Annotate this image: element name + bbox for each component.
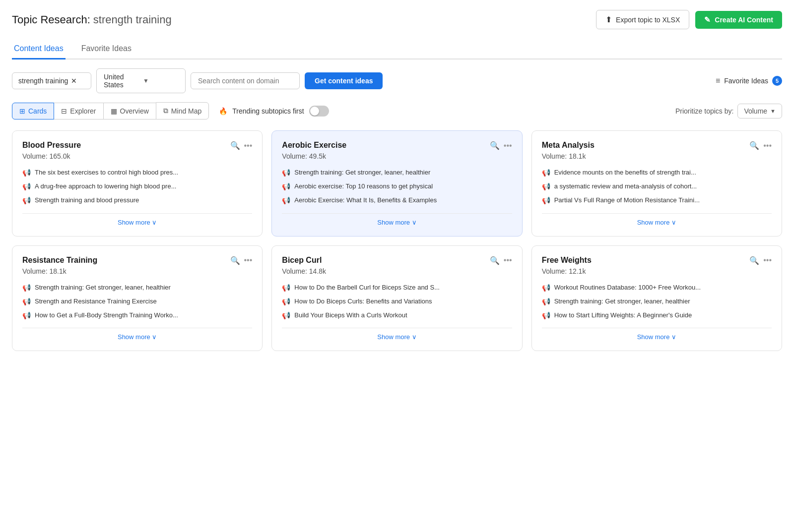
view-overview-button[interactable]: ▦ Overview xyxy=(103,103,156,119)
show-more-button[interactable]: Show more ∨ xyxy=(542,213,772,226)
card-item: 📢 Strength training and blood pressure xyxy=(22,196,252,205)
card-item-text: Aerobic Exercise: What It Is, Benefits &… xyxy=(294,196,437,205)
search-icon[interactable]: 🔍 xyxy=(490,141,500,150)
cards-view-icon: ⊞ xyxy=(19,107,25,115)
card-item: 📢 Strength and Resistance Training Exerc… xyxy=(22,297,252,306)
card-header: Blood Pressure 🔍 ••• xyxy=(22,141,252,150)
card-volume: Volume: 14.8k xyxy=(282,267,512,275)
card-items: 📢 How to Do the Barbell Curl for Biceps … xyxy=(282,283,512,320)
more-options-icon[interactable]: ••• xyxy=(763,141,772,150)
megaphone-icon: 📢 xyxy=(22,311,31,319)
search-icon[interactable]: 🔍 xyxy=(749,141,759,150)
card-title: Meta Analysis xyxy=(542,141,595,150)
megaphone-icon: 📢 xyxy=(22,196,31,204)
card-item-text: Build Your Biceps With a Curls Workout xyxy=(294,311,407,320)
card-free-weights: Free Weights 🔍 ••• Volume: 12.1k 📢 Worko… xyxy=(531,245,782,352)
megaphone-icon: 📢 xyxy=(282,182,290,190)
card-meta-analysis: Meta Analysis 🔍 ••• Volume: 18.1k 📢 Evid… xyxy=(531,130,782,236)
list-icon: ≡ xyxy=(716,76,720,85)
search-icon[interactable]: 🔍 xyxy=(230,141,240,150)
country-selector[interactable]: United States ▼ xyxy=(96,68,186,93)
megaphone-icon: 📢 xyxy=(282,169,290,177)
page-title: Topic Research: strength training xyxy=(12,13,172,26)
card-title: Bicep Curl xyxy=(282,256,322,265)
megaphone-icon: 📢 xyxy=(22,297,31,305)
view-cards-button[interactable]: ⊞ Cards xyxy=(12,103,54,119)
keyword-input-wrapper[interactable]: strength training ✕ xyxy=(12,72,91,89)
domain-search-input[interactable] xyxy=(191,72,300,89)
card-actions: 🔍 ••• xyxy=(749,141,772,150)
card-items: 📢 Evidence mounts on the benefits of str… xyxy=(542,168,772,205)
card-item: 📢 Strength training: Get stronger, leane… xyxy=(282,168,512,177)
card-item: 📢 Build Your Biceps With a Curls Workout xyxy=(282,311,512,320)
card-item: 📢 The six best exercises to control high… xyxy=(22,168,252,177)
favorite-ideas-button[interactable]: ≡ Favorite Ideas 5 xyxy=(716,76,782,86)
megaphone-icon: 📢 xyxy=(282,196,290,204)
card-actions: 🔍 ••• xyxy=(490,141,512,150)
show-more-button[interactable]: Show more ∨ xyxy=(282,213,512,226)
trending-label: Trending subtopics first xyxy=(232,107,304,115)
card-item-text: A drug-free approach to lowering high bl… xyxy=(35,182,176,191)
card-actions: 🔍 ••• xyxy=(230,141,253,150)
more-options-icon[interactable]: ••• xyxy=(504,256,512,265)
card-item: 📢 How to Start Lifting Weights: A Beginn… xyxy=(542,311,772,320)
tab-content-ideas[interactable]: Content Ideas xyxy=(12,39,66,59)
view-mindmap-button[interactable]: ⧉ Mind Map xyxy=(156,102,209,119)
card-item: 📢 Workout Routines Database: 1000+ Free … xyxy=(542,283,772,292)
card-item-text: Partial Vs Full Range of Motion Resistan… xyxy=(554,196,700,205)
tabs-nav: Content Ideas Favorite Ideas xyxy=(12,39,782,59)
search-icon[interactable]: 🔍 xyxy=(749,256,759,265)
trending-toggle-switch[interactable] xyxy=(309,106,329,117)
card-header: Bicep Curl 🔍 ••• xyxy=(282,256,512,265)
megaphone-icon: 📢 xyxy=(282,284,290,292)
card-item-text: Aerobic exercise: Top 10 reasons to get … xyxy=(294,182,433,191)
tab-favorite-ideas[interactable]: Favorite Ideas xyxy=(79,39,133,59)
priority-value: Volume xyxy=(744,107,767,115)
show-more-button[interactable]: Show more ∨ xyxy=(282,328,512,341)
card-item-text: Evidence mounts on the benefits of stren… xyxy=(554,168,696,177)
card-item-text: a systematic review and meta-analysis of… xyxy=(554,182,697,191)
card-actions: 🔍 ••• xyxy=(749,256,772,265)
card-header: Resistance Training 🔍 ••• xyxy=(22,256,252,265)
ai-label: Create AI Content xyxy=(715,16,773,24)
more-options-icon[interactable]: ••• xyxy=(763,256,772,265)
search-icon[interactable]: 🔍 xyxy=(230,256,240,265)
card-header: Aerobic Exercise 🔍 ••• xyxy=(282,141,512,150)
card-item: 📢 Aerobic Exercise: What It Is, Benefits… xyxy=(282,196,512,205)
megaphone-icon: 📢 xyxy=(22,284,31,292)
export-label: Export topic to XLSX xyxy=(616,16,680,24)
card-volume: Volume: 12.1k xyxy=(542,267,772,275)
card-item: 📢 Evidence mounts on the benefits of str… xyxy=(542,168,772,177)
megaphone-icon: 📢 xyxy=(542,297,550,305)
card-blood-pressure: Blood Pressure 🔍 ••• Volume: 165.0k 📢 Th… xyxy=(12,130,263,236)
create-ai-content-button[interactable]: ✎ Create AI Content xyxy=(695,11,782,29)
show-more-button[interactable]: Show more ∨ xyxy=(22,328,252,341)
card-item-text: Strength and Resistance Training Exercis… xyxy=(35,297,157,306)
card-items: 📢 Strength training: Get stronger, leane… xyxy=(282,168,512,205)
megaphone-icon: 📢 xyxy=(542,311,550,319)
more-options-icon[interactable]: ••• xyxy=(244,256,253,265)
prioritize-wrapper: Prioritize topics by: Volume ▼ xyxy=(675,104,782,118)
chevron-down-icon: ▼ xyxy=(143,77,178,84)
megaphone-icon: 📢 xyxy=(22,169,31,177)
export-button[interactable]: ⬆ Export topic to XLSX xyxy=(596,10,689,29)
card-header: Free Weights 🔍 ••• xyxy=(542,256,772,265)
card-item-text: Strength training and blood pressure xyxy=(35,196,139,205)
card-bicep-curl: Bicep Curl 🔍 ••• Volume: 14.8k 📢 How to … xyxy=(271,245,522,352)
more-options-icon[interactable]: ••• xyxy=(504,141,512,150)
show-more-button[interactable]: Show more ∨ xyxy=(542,328,772,341)
more-options-icon[interactable]: ••• xyxy=(244,141,253,150)
card-item-text: Strength training: Get stronger, leaner,… xyxy=(35,283,171,292)
view-explorer-button[interactable]: ⊟ Explorer xyxy=(54,103,103,119)
card-item-text: Strength training: Get stronger, leaner,… xyxy=(294,168,430,177)
priority-select[interactable]: Volume ▼ xyxy=(737,104,782,118)
show-more-button[interactable]: Show more ∨ xyxy=(22,213,252,226)
card-actions: 🔍 ••• xyxy=(230,256,253,265)
clear-keyword-icon[interactable]: ✕ xyxy=(71,77,77,84)
search-icon[interactable]: 🔍 xyxy=(490,256,500,265)
export-icon: ⬆ xyxy=(605,15,612,24)
get-content-ideas-button[interactable]: Get content ideas xyxy=(305,72,383,89)
chevron-down-icon: ▼ xyxy=(770,108,776,114)
card-item: 📢 Aerobic exercise: Top 10 reasons to ge… xyxy=(282,182,512,191)
card-item: 📢 Strength training: Get stronger, leane… xyxy=(542,297,772,306)
